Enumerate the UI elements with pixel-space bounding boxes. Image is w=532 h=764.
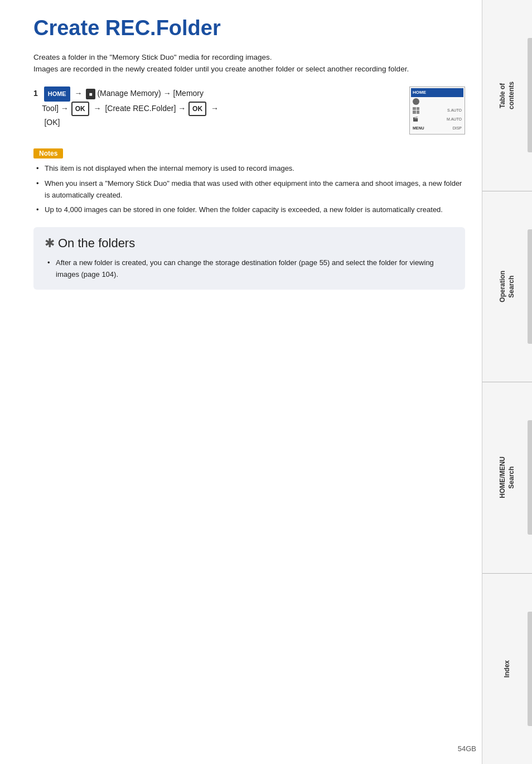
- folders-icon: ✱: [45, 236, 55, 251]
- sidebar-item-operation[interactable]: OperationSearch: [482, 191, 532, 383]
- sidebar-tab-home-menu: [528, 420, 532, 535]
- sidebar-tab-index: [528, 612, 532, 726]
- step-instruction: 1 HOME → ■ (Manage Memory) → [Memory Too…: [33, 87, 398, 129]
- step-number: 1: [33, 89, 38, 98]
- cam-sauto-label: S.AUTO: [447, 108, 462, 112]
- arrow-3: →: [211, 104, 219, 113]
- camera-ui-illustration: HOME S.AUTO 🎬 M.AUTO MENU DISP: [409, 87, 465, 134]
- sidebar-label-operation: OperationSearch: [499, 271, 516, 302]
- sidebar: Table ofcontents OperationSearch HOME/ME…: [482, 0, 532, 764]
- page-number: 54GB: [458, 744, 476, 753]
- cam-film-row: 🎬 M.AUTO: [411, 115, 463, 124]
- cam-disp-label: DISP: [453, 126, 462, 130]
- cam-home-row: HOME: [411, 88, 463, 97]
- folders-section: ✱ On the folders After a new folder is c…: [33, 227, 465, 290]
- instruction-text-2: [Create REC.Folder] →: [105, 104, 188, 113]
- cam-grid-row: S.AUTO: [411, 106, 463, 115]
- notes-list: This item is not displayed when the inte…: [33, 163, 465, 216]
- arrow-2: →: [94, 104, 101, 113]
- ok-key-2: OK: [188, 102, 206, 116]
- cam-grid-icon: [413, 107, 419, 114]
- note-item-1: This item is not displayed when the inte…: [36, 163, 465, 175]
- cam-film-icon: 🎬: [413, 117, 418, 122]
- sidebar-tab-toc: [528, 38, 532, 152]
- manage-memory-icon: ■: [86, 89, 95, 99]
- sidebar-item-index[interactable]: Index: [482, 574, 532, 765]
- sidebar-item-toc[interactable]: Table ofcontents: [482, 0, 532, 191]
- folders-title: ✱ On the folders: [45, 236, 454, 251]
- arrow-1: →: [75, 89, 83, 98]
- cam-circle-row: [411, 97, 463, 106]
- cam-menu-label: MENU: [413, 126, 424, 130]
- cam-mauto-label: M.AUTO: [447, 117, 462, 121]
- folder-item-1: After a new folder is created, you can c…: [47, 257, 454, 281]
- cam-circle-icon: [413, 98, 419, 105]
- notes-badge: Notes: [33, 148, 63, 158]
- note-item-2: When you insert a "Memory Stick Duo" med…: [36, 178, 465, 201]
- home-key: HOME: [44, 87, 70, 102]
- intro-text: Creates a folder in the "Memory Stick Du…: [33, 51, 465, 75]
- sidebar-tab-operation: [528, 229, 532, 344]
- step-1: 1 HOME → ■ (Manage Memory) → [Memory Too…: [33, 87, 465, 134]
- sidebar-label-index: Index: [503, 660, 512, 677]
- instruction-text-3: [OK]: [44, 118, 60, 127]
- page-title: Create REC.Folder: [33, 17, 465, 40]
- folders-list: After a new folder is created, you can c…: [45, 257, 454, 281]
- sidebar-item-home-menu[interactable]: HOME/MENUSearch: [482, 382, 532, 574]
- ok-key-1: OK: [71, 102, 89, 116]
- note-item-3: Up to 4,000 images can be stored in one …: [36, 204, 465, 216]
- notes-section: Notes This item is not displayed when th…: [33, 148, 465, 216]
- sidebar-label-home-menu: HOME/MENUSearch: [499, 457, 516, 498]
- cam-menu-row: MENU DISP: [411, 124, 463, 133]
- sidebar-label-toc: Table ofcontents: [499, 81, 516, 109]
